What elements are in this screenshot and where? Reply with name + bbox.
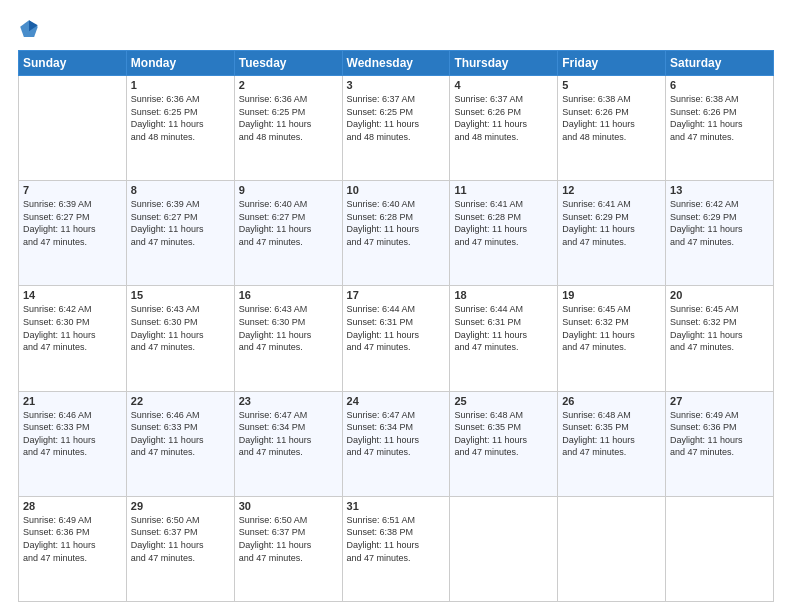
calendar-cell: 17Sunrise: 6:44 AM Sunset: 6:31 PM Dayli… xyxy=(342,286,450,391)
day-number: 10 xyxy=(347,184,446,196)
calendar-cell: 30Sunrise: 6:50 AM Sunset: 6:37 PM Dayli… xyxy=(234,496,342,601)
calendar-cell: 16Sunrise: 6:43 AM Sunset: 6:30 PM Dayli… xyxy=(234,286,342,391)
day-number: 30 xyxy=(239,500,338,512)
calendar-cell: 8Sunrise: 6:39 AM Sunset: 6:27 PM Daylig… xyxy=(126,181,234,286)
calendar-cell: 7Sunrise: 6:39 AM Sunset: 6:27 PM Daylig… xyxy=(19,181,127,286)
cell-info: Sunrise: 6:44 AM Sunset: 6:31 PM Dayligh… xyxy=(454,303,553,353)
calendar-cell: 19Sunrise: 6:45 AM Sunset: 6:32 PM Dayli… xyxy=(558,286,666,391)
cell-info: Sunrise: 6:44 AM Sunset: 6:31 PM Dayligh… xyxy=(347,303,446,353)
calendar-cell xyxy=(666,496,774,601)
calendar-cell xyxy=(450,496,558,601)
cell-info: Sunrise: 6:46 AM Sunset: 6:33 PM Dayligh… xyxy=(131,409,230,459)
calendar-cell: 28Sunrise: 6:49 AM Sunset: 6:36 PM Dayli… xyxy=(19,496,127,601)
cell-info: Sunrise: 6:50 AM Sunset: 6:37 PM Dayligh… xyxy=(131,514,230,564)
calendar-cell: 9Sunrise: 6:40 AM Sunset: 6:27 PM Daylig… xyxy=(234,181,342,286)
calendar-cell: 1Sunrise: 6:36 AM Sunset: 6:25 PM Daylig… xyxy=(126,76,234,181)
header xyxy=(18,18,774,40)
cell-info: Sunrise: 6:45 AM Sunset: 6:32 PM Dayligh… xyxy=(670,303,769,353)
logo-icon xyxy=(18,18,40,40)
day-number: 9 xyxy=(239,184,338,196)
day-number: 20 xyxy=(670,289,769,301)
cell-info: Sunrise: 6:47 AM Sunset: 6:34 PM Dayligh… xyxy=(347,409,446,459)
day-number: 11 xyxy=(454,184,553,196)
calendar-cell: 24Sunrise: 6:47 AM Sunset: 6:34 PM Dayli… xyxy=(342,391,450,496)
day-number: 15 xyxy=(131,289,230,301)
day-number: 16 xyxy=(239,289,338,301)
calendar-cell: 27Sunrise: 6:49 AM Sunset: 6:36 PM Dayli… xyxy=(666,391,774,496)
day-number: 8 xyxy=(131,184,230,196)
page: SundayMondayTuesdayWednesdayThursdayFrid… xyxy=(0,0,792,612)
calendar-cell: 2Sunrise: 6:36 AM Sunset: 6:25 PM Daylig… xyxy=(234,76,342,181)
calendar-cell: 18Sunrise: 6:44 AM Sunset: 6:31 PM Dayli… xyxy=(450,286,558,391)
day-number: 1 xyxy=(131,79,230,91)
day-number: 23 xyxy=(239,395,338,407)
cell-info: Sunrise: 6:50 AM Sunset: 6:37 PM Dayligh… xyxy=(239,514,338,564)
cell-info: Sunrise: 6:49 AM Sunset: 6:36 PM Dayligh… xyxy=(23,514,122,564)
calendar-cell: 26Sunrise: 6:48 AM Sunset: 6:35 PM Dayli… xyxy=(558,391,666,496)
day-number: 25 xyxy=(454,395,553,407)
calendar-cell: 4Sunrise: 6:37 AM Sunset: 6:26 PM Daylig… xyxy=(450,76,558,181)
day-number: 6 xyxy=(670,79,769,91)
day-number: 29 xyxy=(131,500,230,512)
cell-info: Sunrise: 6:45 AM Sunset: 6:32 PM Dayligh… xyxy=(562,303,661,353)
cell-info: Sunrise: 6:39 AM Sunset: 6:27 PM Dayligh… xyxy=(23,198,122,248)
cell-info: Sunrise: 6:38 AM Sunset: 6:26 PM Dayligh… xyxy=(562,93,661,143)
cell-info: Sunrise: 6:37 AM Sunset: 6:26 PM Dayligh… xyxy=(454,93,553,143)
calendar-cell: 21Sunrise: 6:46 AM Sunset: 6:33 PM Dayli… xyxy=(19,391,127,496)
day-number: 4 xyxy=(454,79,553,91)
calendar-cell: 14Sunrise: 6:42 AM Sunset: 6:30 PM Dayli… xyxy=(19,286,127,391)
weekday-header-saturday: Saturday xyxy=(666,51,774,76)
calendar-cell: 29Sunrise: 6:50 AM Sunset: 6:37 PM Dayli… xyxy=(126,496,234,601)
cell-info: Sunrise: 6:36 AM Sunset: 6:25 PM Dayligh… xyxy=(131,93,230,143)
day-number: 17 xyxy=(347,289,446,301)
cell-info: Sunrise: 6:41 AM Sunset: 6:28 PM Dayligh… xyxy=(454,198,553,248)
calendar-cell: 10Sunrise: 6:40 AM Sunset: 6:28 PM Dayli… xyxy=(342,181,450,286)
cell-info: Sunrise: 6:40 AM Sunset: 6:28 PM Dayligh… xyxy=(347,198,446,248)
calendar-cell: 20Sunrise: 6:45 AM Sunset: 6:32 PM Dayli… xyxy=(666,286,774,391)
day-number: 31 xyxy=(347,500,446,512)
calendar-cell: 23Sunrise: 6:47 AM Sunset: 6:34 PM Dayli… xyxy=(234,391,342,496)
calendar-cell: 12Sunrise: 6:41 AM Sunset: 6:29 PM Dayli… xyxy=(558,181,666,286)
day-number: 27 xyxy=(670,395,769,407)
calendar-cell xyxy=(19,76,127,181)
cell-info: Sunrise: 6:37 AM Sunset: 6:25 PM Dayligh… xyxy=(347,93,446,143)
logo xyxy=(18,18,44,40)
day-number: 12 xyxy=(562,184,661,196)
cell-info: Sunrise: 6:42 AM Sunset: 6:30 PM Dayligh… xyxy=(23,303,122,353)
cell-info: Sunrise: 6:36 AM Sunset: 6:25 PM Dayligh… xyxy=(239,93,338,143)
cell-info: Sunrise: 6:48 AM Sunset: 6:35 PM Dayligh… xyxy=(454,409,553,459)
calendar-cell: 22Sunrise: 6:46 AM Sunset: 6:33 PM Dayli… xyxy=(126,391,234,496)
cell-info: Sunrise: 6:49 AM Sunset: 6:36 PM Dayligh… xyxy=(670,409,769,459)
weekday-header-sunday: Sunday xyxy=(19,51,127,76)
cell-info: Sunrise: 6:48 AM Sunset: 6:35 PM Dayligh… xyxy=(562,409,661,459)
weekday-header-monday: Monday xyxy=(126,51,234,76)
calendar-cell: 3Sunrise: 6:37 AM Sunset: 6:25 PM Daylig… xyxy=(342,76,450,181)
cell-info: Sunrise: 6:51 AM Sunset: 6:38 PM Dayligh… xyxy=(347,514,446,564)
day-number: 2 xyxy=(239,79,338,91)
day-number: 26 xyxy=(562,395,661,407)
weekday-header-friday: Friday xyxy=(558,51,666,76)
cell-info: Sunrise: 6:43 AM Sunset: 6:30 PM Dayligh… xyxy=(131,303,230,353)
cell-info: Sunrise: 6:38 AM Sunset: 6:26 PM Dayligh… xyxy=(670,93,769,143)
cell-info: Sunrise: 6:39 AM Sunset: 6:27 PM Dayligh… xyxy=(131,198,230,248)
calendar-cell: 13Sunrise: 6:42 AM Sunset: 6:29 PM Dayli… xyxy=(666,181,774,286)
cell-info: Sunrise: 6:46 AM Sunset: 6:33 PM Dayligh… xyxy=(23,409,122,459)
day-number: 21 xyxy=(23,395,122,407)
day-number: 13 xyxy=(670,184,769,196)
day-number: 7 xyxy=(23,184,122,196)
cell-info: Sunrise: 6:43 AM Sunset: 6:30 PM Dayligh… xyxy=(239,303,338,353)
day-number: 18 xyxy=(454,289,553,301)
day-number: 28 xyxy=(23,500,122,512)
cell-info: Sunrise: 6:40 AM Sunset: 6:27 PM Dayligh… xyxy=(239,198,338,248)
weekday-header-thursday: Thursday xyxy=(450,51,558,76)
weekday-header-tuesday: Tuesday xyxy=(234,51,342,76)
calendar-cell: 31Sunrise: 6:51 AM Sunset: 6:38 PM Dayli… xyxy=(342,496,450,601)
cell-info: Sunrise: 6:47 AM Sunset: 6:34 PM Dayligh… xyxy=(239,409,338,459)
day-number: 19 xyxy=(562,289,661,301)
day-number: 22 xyxy=(131,395,230,407)
day-number: 14 xyxy=(23,289,122,301)
weekday-header-wednesday: Wednesday xyxy=(342,51,450,76)
calendar-cell: 5Sunrise: 6:38 AM Sunset: 6:26 PM Daylig… xyxy=(558,76,666,181)
calendar-cell: 25Sunrise: 6:48 AM Sunset: 6:35 PM Dayli… xyxy=(450,391,558,496)
cell-info: Sunrise: 6:41 AM Sunset: 6:29 PM Dayligh… xyxy=(562,198,661,248)
